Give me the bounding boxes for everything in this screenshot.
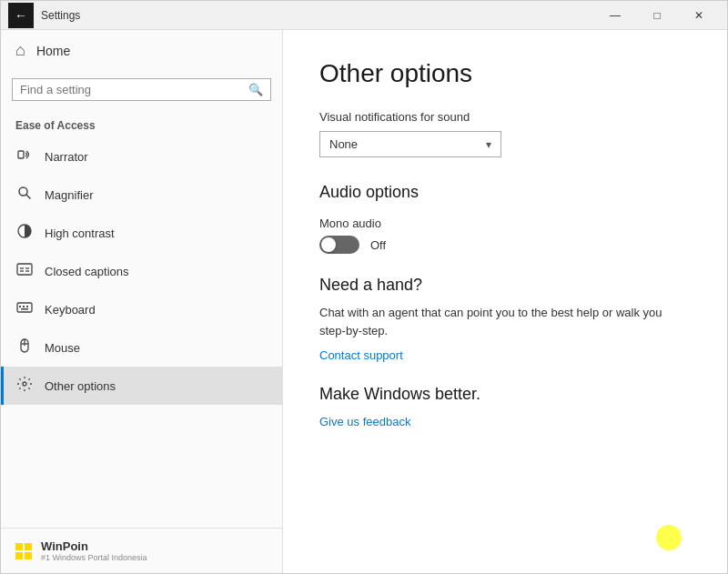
settings-window: ← Settings — □ ✕ ⌂ Home 🔍 Ease of Access	[0, 0, 728, 574]
give-feedback-link[interactable]: Give us feedback	[319, 415, 410, 428]
minimize-button[interactable]: —	[594, 1, 636, 30]
window-title: Settings	[41, 9, 594, 22]
sidebar-logo: WinPoin #1 Windows Portal Indonesia	[1, 528, 282, 573]
content-area: Other options Visual notifications for s…	[283, 30, 727, 573]
svg-rect-11	[23, 306, 25, 307]
magnifier-label: Magnifier	[45, 188, 93, 202]
keyboard-label: Keyboard	[45, 303, 96, 317]
search-box[interactable]: 🔍	[12, 78, 271, 101]
narrator-icon	[15, 146, 34, 166]
toggle-state-label: Off	[370, 238, 386, 252]
close-button[interactable]: ✕	[678, 1, 720, 30]
logo-cell-3	[15, 552, 23, 559]
sidebar-item-closed-captions[interactable]: Closed captions	[1, 252, 282, 290]
contact-support-link[interactable]: Contact support	[319, 348, 403, 362]
svg-point-17	[23, 382, 26, 386]
back-button[interactable]: ←	[8, 3, 34, 28]
sidebar-item-other-options[interactable]: Other options	[1, 367, 282, 405]
svg-line-2	[26, 195, 31, 199]
search-icon: 🔍	[248, 83, 263, 96]
high-contrast-icon	[15, 223, 34, 243]
make-better-title: Make Windows better.	[319, 385, 691, 404]
svg-rect-13	[21, 308, 28, 310]
other-options-icon	[15, 376, 34, 396]
logo-text-area: WinPoin #1 Windows Portal Indonesia	[41, 539, 147, 562]
window-controls: — □ ✕	[594, 1, 720, 30]
high-contrast-label: High contrast	[45, 227, 115, 240]
magnifier-icon	[15, 185, 34, 205]
sidebar: ⌂ Home 🔍 Ease of Access Narrator	[1, 30, 283, 573]
sidebar-home[interactable]: ⌂ Home	[1, 30, 282, 71]
mono-audio-label: Mono audio	[319, 217, 691, 230]
narrator-label: Narrator	[45, 150, 88, 164]
need-hand-title: Need a hand?	[319, 276, 691, 295]
sidebar-item-keyboard[interactable]: Keyboard	[1, 290, 282, 328]
sidebar-item-high-contrast[interactable]: High contrast	[1, 214, 282, 252]
svg-rect-4	[17, 264, 32, 275]
sidebar-item-narrator[interactable]: Narrator	[1, 137, 282, 176]
page-title: Other options	[319, 59, 691, 88]
make-better-section: Make Windows better. Give us feedback	[319, 385, 691, 429]
visual-notifications-label: Visual notifications for sound	[319, 110, 691, 124]
maximize-button[interactable]: □	[636, 1, 678, 30]
cursor-highlight	[656, 525, 682, 550]
logo-sub: #1 Windows Portal Indonesia	[41, 553, 147, 562]
closed-captions-label: Closed captions	[45, 265, 129, 278]
main-area: ⌂ Home 🔍 Ease of Access Narrator	[1, 30, 727, 573]
logo-box	[15, 543, 32, 559]
chevron-down-icon: ▾	[486, 138, 491, 151]
other-options-label: Other options	[45, 379, 116, 393]
audio-options-title: Audio options	[319, 183, 691, 202]
visual-notifications-dropdown[interactable]: None ▾	[319, 131, 501, 157]
back-icon: ←	[15, 8, 27, 23]
mono-audio-toggle[interactable]	[319, 236, 359, 254]
svg-rect-0	[18, 151, 24, 158]
need-hand-desc: Chat with an agent that can point you to…	[319, 304, 691, 339]
logo-cell-1	[15, 543, 23, 550]
svg-rect-12	[26, 306, 28, 307]
keyboard-icon	[15, 299, 34, 319]
toggle-row: Off	[319, 236, 691, 254]
closed-captions-icon	[15, 261, 34, 281]
home-label: Home	[36, 44, 70, 58]
logo-cell-2	[25, 543, 32, 550]
dropdown-value: None	[329, 137, 358, 151]
mouse-icon	[15, 337, 34, 357]
logo-cell-4	[25, 552, 32, 559]
sidebar-section-label: Ease of Access	[1, 112, 282, 137]
need-hand-section: Need a hand? Chat with an agent that can…	[319, 276, 691, 363]
logo-name: WinPoin	[41, 539, 147, 553]
sidebar-item-magnifier[interactable]: Magnifier	[1, 176, 282, 214]
sidebar-item-mouse[interactable]: Mouse	[1, 328, 282, 367]
title-bar: ← Settings — □ ✕	[1, 1, 727, 30]
svg-point-1	[19, 187, 27, 196]
mouse-label: Mouse	[45, 341, 80, 355]
visual-notifications-section: Visual notifications for sound None ▾	[319, 110, 691, 157]
home-icon: ⌂	[15, 41, 25, 60]
svg-rect-10	[19, 306, 21, 307]
mono-audio-toggle-area: Off	[319, 236, 691, 254]
toggle-thumb	[321, 237, 336, 252]
search-input[interactable]	[20, 83, 248, 96]
logo-grid	[15, 543, 32, 559]
